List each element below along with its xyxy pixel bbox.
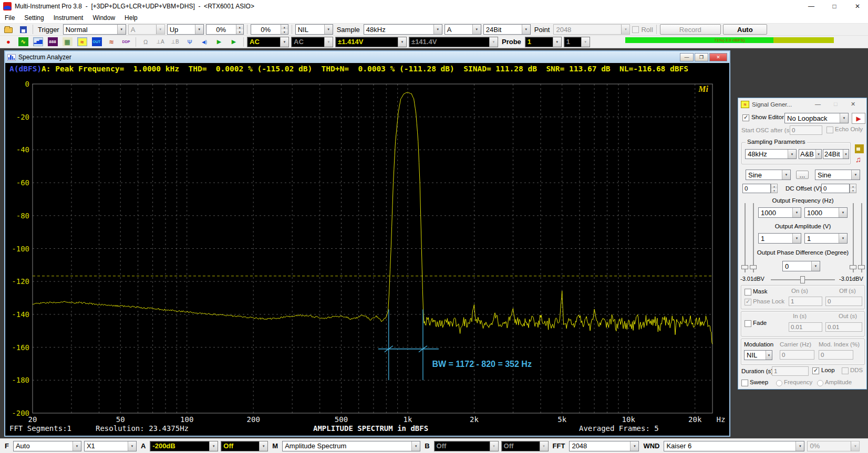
siggen-bits-select[interactable]: 24Bit▼ <box>823 149 849 159</box>
slider-thumb[interactable] <box>741 265 748 269</box>
measurement-mode-select[interactable]: Amplitude Spectrum▼ <box>282 441 420 451</box>
trigger-delay-stepper[interactable]: 0%▲▼ <box>251 24 288 35</box>
marker-a-icon: ⊥A <box>156 37 166 46</box>
dc-offset-a-stepper[interactable]: ▲▼ <box>771 184 778 193</box>
modulation-select[interactable]: NIL▼ <box>744 350 772 360</box>
dc-offset-a-input[interactable] <box>742 184 771 193</box>
window-function-select[interactable]: Kaiser 6▼ <box>664 441 804 451</box>
menu-instrument[interactable]: Instrument <box>49 13 88 23</box>
fade-checkbox[interactable] <box>745 320 751 327</box>
frequency-b-slider[interactable] <box>853 203 854 272</box>
frequency-reject-select[interactable]: NIL▼ <box>295 24 333 35</box>
window-close-button[interactable]: ✕ <box>709 53 727 61</box>
spin-down-icon[interactable]: ▼ <box>236 29 243 34</box>
siggen-close-button[interactable]: ✕ <box>851 101 855 108</box>
signal-generator-button[interactable]: ≈ <box>76 36 88 47</box>
frequency-b-select[interactable]: 1000▼ <box>804 207 848 218</box>
a-mode-select[interactable]: Off▼ <box>221 441 268 451</box>
sweep-checkbox[interactable] <box>741 380 748 386</box>
ddp-viewer-button[interactable]: DDP <box>120 36 132 47</box>
record-stop-button[interactable]: ● <box>2 36 15 47</box>
device-output-button[interactable]: OUT <box>90 36 103 47</box>
menu-setting[interactable]: Setting <box>19 13 48 23</box>
close-button[interactable]: ✕ <box>847 0 868 13</box>
open-file-button[interactable] <box>2 24 15 35</box>
slider-thumb[interactable] <box>858 265 865 269</box>
run-echo-button[interactable]: ▶ <box>228 36 240 47</box>
slider-thumb[interactable] <box>850 265 856 269</box>
spin-up-icon[interactable]: ▲ <box>281 25 288 29</box>
siggen-save-icon[interactable] <box>855 144 864 153</box>
phase-slider[interactable] <box>771 279 835 280</box>
mask-on-label: On (s) <box>791 288 808 294</box>
minimize-button[interactable]: — <box>801 0 822 13</box>
run-button[interactable]: ▶ <box>213 36 225 47</box>
duration-label: Duration (s) <box>741 368 773 374</box>
waveform-b-select[interactable]: Sine▼ <box>815 170 860 180</box>
menu-help[interactable]: Help <box>120 13 142 23</box>
frequency-axis-select[interactable]: Auto▼ <box>13 441 81 451</box>
amplitude-a-select[interactable]: 1▼ <box>758 233 801 244</box>
fade-label: Fade <box>753 320 767 326</box>
auto-button[interactable]: Auto <box>723 24 767 35</box>
spectrum-chart[interactable]: 0-20-40-60-80-100-120-140-160-180-200205… <box>5 75 729 435</box>
siggen-rate-select[interactable]: 48kHz▼ <box>745 149 797 159</box>
frequency-a-select[interactable]: 1000▼ <box>758 207 801 218</box>
range-a-select[interactable]: ±1.414V▼ <box>335 37 407 47</box>
loop-checkbox[interactable] <box>812 367 819 374</box>
siggen-channels-select[interactable]: A&B▼ <box>799 149 822 159</box>
mask-checkbox[interactable] <box>745 289 751 296</box>
bit-depth-select[interactable]: 24Bit▼ <box>483 24 531 35</box>
multimeter-button[interactable]: 888 <box>46 36 59 47</box>
amplitude-b-slider[interactable] <box>861 203 862 272</box>
duration-input[interactable] <box>772 366 809 376</box>
music-notes-icon[interactable]: ♫ <box>855 155 861 164</box>
spin-up-icon[interactable]: ▲ <box>236 25 243 29</box>
svg-text:-80: -80 <box>16 212 29 220</box>
sampling-rate-select[interactable]: 48kHz▼ <box>364 24 442 35</box>
trigger-level-stepper[interactable]: 0%▲▼ <box>206 24 244 35</box>
slider-thumb[interactable] <box>800 276 805 283</box>
siggen-minimize-button[interactable]: — <box>815 101 821 107</box>
waveform-a-select[interactable]: Sine▼ <box>746 170 791 180</box>
spectrum-3d-button[interactable]: ▦ <box>61 36 74 47</box>
trigger-mode-select[interactable]: Normal▼ <box>63 24 126 35</box>
sampling-channel-select[interactable]: A▼ <box>445 24 481 35</box>
loopback-select[interactable]: No Loopback▼ <box>784 113 849 123</box>
show-editor-checkbox[interactable] <box>742 114 749 121</box>
phase-select[interactable]: 0▼ <box>782 261 820 271</box>
chevron-down-icon: ▼ <box>851 441 859 451</box>
coupling-a-select[interactable]: AC▼ <box>247 37 289 47</box>
siggen-start-button[interactable]: ▶ <box>852 113 865 124</box>
chevron-down-icon: ▼ <box>840 113 848 123</box>
frequency-a-slider[interactable] <box>753 203 754 272</box>
menu-file[interactable]: File <box>0 13 19 23</box>
spin-down-icon[interactable]: ▼ <box>281 29 288 34</box>
a-range-select[interactable]: -200dB▼ <box>150 441 218 451</box>
window-minimize-button[interactable]: — <box>680 53 694 61</box>
dc-offset-b-stepper[interactable]: ▲▼ <box>850 184 856 193</box>
spectrum-window-titlebar[interactable]: Spectrum Analyzer — ❐ ✕ <box>5 51 729 63</box>
sound-output-button[interactable]: ◀) <box>198 36 211 47</box>
probe-a-select[interactable]: 1▼ <box>525 37 562 47</box>
oscilloscope-button[interactable]: ∿ <box>17 36 29 47</box>
slider-thumb[interactable] <box>750 265 757 269</box>
menu-window[interactable]: Window <box>88 13 120 23</box>
probe-calibration-button[interactable]: Ψ <box>183 36 196 47</box>
svg-text:1k: 1k <box>404 415 412 424</box>
window-restore-button[interactable]: ❐ <box>695 53 708 61</box>
fft-size-select[interactable]: 2048▼ <box>569 441 639 451</box>
amplitude-b-select[interactable]: 1▼ <box>804 233 848 244</box>
spectrum-analyzer-button[interactable]: ▂▅▇ <box>32 36 44 47</box>
signal-generator-titlebar[interactable]: ≈ Signal Gener... — □ ✕ <box>738 98 866 111</box>
waveform-more-button[interactable]: ... <box>796 171 809 179</box>
dc-offset-b-input[interactable] <box>821 184 850 193</box>
range-b-select: ±141.4V▼ <box>409 37 498 47</box>
amplitude-a-slider[interactable] <box>745 203 746 272</box>
x-multiplier-select[interactable]: X1▼ <box>84 441 137 451</box>
trigger-edge-select[interactable]: Up▼ <box>167 24 204 35</box>
derived-data-button[interactable]: ≋ <box>105 36 118 47</box>
maximize-button[interactable]: □ <box>824 0 845 13</box>
chart-grid <box>33 84 712 413</box>
save-button[interactable] <box>17 24 29 35</box>
